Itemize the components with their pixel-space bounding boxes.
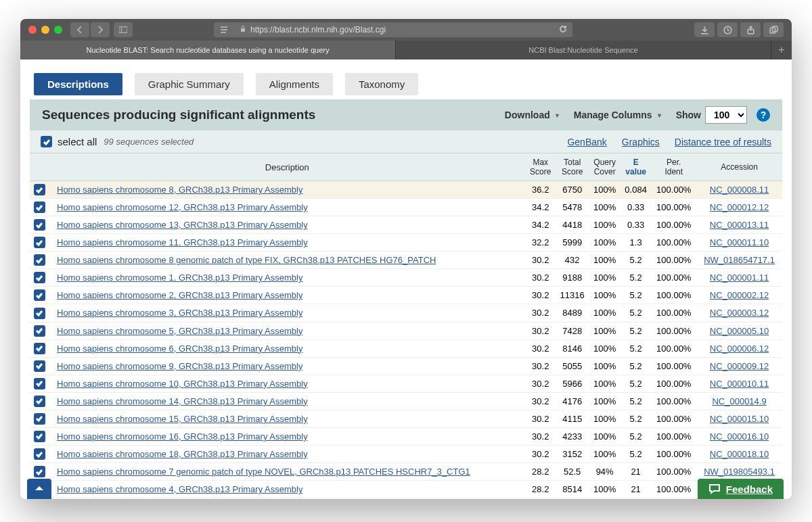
accession-link[interactable]: NC_000001.11: [710, 272, 769, 283]
description-link[interactable]: Homo sapiens chromosome 14, GRCh38.p13 P…: [57, 396, 308, 406]
query-cover: 100%: [589, 234, 620, 252]
window-close-button[interactable]: [28, 26, 37, 34]
description-link[interactable]: Homo sapiens chromosome 3, GRCh38.p13 Pr…: [57, 308, 302, 318]
row-checkbox[interactable]: [34, 219, 45, 231]
col-description[interactable]: Description: [49, 153, 526, 181]
accession-link[interactable]: NW_018654717.1: [704, 255, 775, 265]
accession-link[interactable]: NC_000014.9: [712, 396, 766, 406]
col-per-ident[interactable]: Per.Ident: [651, 153, 696, 181]
row-checkbox[interactable]: [34, 378, 45, 389]
accession-link[interactable]: NC_000010.11: [710, 379, 769, 389]
genbank-link[interactable]: GenBank: [567, 137, 606, 147]
description-link[interactable]: Homo sapiens chromosome 7 genomic patch …: [57, 467, 470, 477]
e-value: 5.2: [621, 304, 652, 322]
row-checkbox[interactable]: [34, 431, 45, 442]
description-link[interactable]: Homo sapiens chromosome 4, GRCh38.p13 Pr…: [57, 484, 302, 494]
reader-button[interactable]: [214, 22, 234, 37]
tabs-button[interactable]: [763, 22, 784, 37]
row-checkbox[interactable]: [34, 289, 45, 301]
feedback-button[interactable]: Feedback: [698, 479, 784, 499]
description-link[interactable]: Homo sapiens chromosome 5, GRCh38.p13 Pr…: [57, 326, 302, 336]
address-bar[interactable]: https://blast.ncbi.nlm.nih.gov/Blast.cgi: [234, 22, 572, 37]
accession-link[interactable]: NC_000008.11: [710, 185, 769, 195]
new-tab-button[interactable]: +: [771, 41, 792, 60]
table-row: Homo sapiens chromosome 8, GRCh38.p13 Pr…: [30, 181, 782, 199]
window-minimize-button[interactable]: [41, 26, 49, 34]
accession-link[interactable]: NC_000005.10: [710, 326, 769, 336]
accession-link[interactable]: NC_000003.12: [710, 308, 769, 318]
download-button[interactable]: Download▾: [505, 110, 559, 120]
accession-link[interactable]: NC_000018.10: [710, 449, 769, 459]
tab-descriptions[interactable]: Descriptions: [34, 73, 122, 95]
reload-icon[interactable]: [559, 25, 567, 35]
accession-link[interactable]: NC_000015.10: [710, 414, 769, 424]
select-all-checkbox[interactable]: [41, 136, 52, 147]
tab-graphic-summary[interactable]: Graphic Summary: [135, 73, 244, 95]
tab-alignments[interactable]: Alignments: [256, 73, 333, 95]
max-score: 34.2: [526, 216, 556, 234]
accession-link[interactable]: NW_019805493.1: [704, 467, 775, 477]
row-checkbox[interactable]: [34, 343, 45, 354]
query-cover: 100%: [589, 304, 620, 322]
description-link[interactable]: Homo sapiens chromosome 8, GRCh38.p13 Pr…: [57, 185, 302, 195]
accession-link[interactable]: NC_000009.12: [710, 361, 769, 371]
row-checkbox[interactable]: [34, 325, 45, 337]
show-select[interactable]: 100: [705, 106, 747, 124]
description-link[interactable]: Homo sapiens chromosome 10, GRCh38.p13 P…: [57, 379, 308, 389]
back-button[interactable]: [70, 22, 89, 37]
col-total-score[interactable]: TotalScore: [556, 153, 589, 181]
description-link[interactable]: Homo sapiens chromosome 11, GRCh38.p13 P…: [57, 237, 308, 247]
window-zoom-button[interactable]: [54, 26, 62, 34]
description-link[interactable]: Homo sapiens chromosome 2, GRCh38.p13 Pr…: [57, 290, 302, 300]
row-checkbox[interactable]: [34, 272, 45, 283]
page-tabs: Descriptions Graphic Summary Alignments …: [34, 73, 782, 95]
col-e-value[interactable]: Evalue: [621, 153, 652, 181]
description-link[interactable]: Homo sapiens chromosome 18, GRCh38.p13 P…: [57, 449, 308, 459]
description-link[interactable]: Homo sapiens chromosome 16, GRCh38.p13 P…: [57, 431, 308, 442]
query-cover: 100%: [589, 339, 620, 357]
forward-button[interactable]: [91, 22, 110, 37]
accession-link[interactable]: NC_000012.12: [710, 202, 769, 212]
scroll-top-button[interactable]: [27, 479, 51, 499]
description-link[interactable]: Homo sapiens chromosome 1, GRCh38.p13 Pr…: [57, 272, 302, 283]
col-query-cover[interactable]: QueryCover: [589, 153, 620, 181]
query-cover: 100%: [589, 181, 620, 199]
description-link[interactable]: Homo sapiens chromosome 8 genomic patch …: [57, 255, 436, 265]
tab-taxonomy[interactable]: Taxonomy: [345, 73, 418, 95]
accession-link[interactable]: NC_000002.12: [710, 290, 769, 300]
row-checkbox[interactable]: [34, 448, 45, 460]
row-checkbox[interactable]: [34, 413, 45, 425]
description-link[interactable]: Homo sapiens chromosome 15, GRCh38.p13 P…: [57, 414, 308, 424]
description-link[interactable]: Homo sapiens chromosome 12, GRCh38.p13 P…: [57, 202, 308, 212]
graphics-link[interactable]: Graphics: [622, 137, 660, 147]
sidebar-toggle-button[interactable]: [114, 22, 133, 37]
browser-tab-1[interactable]: NCBI Blast:Nucleotide Sequence: [396, 41, 771, 60]
row-checkbox[interactable]: [34, 396, 45, 407]
share-button[interactable]: [740, 22, 761, 37]
history-button[interactable]: [717, 22, 738, 37]
row-checkbox[interactable]: [34, 184, 45, 195]
distance-tree-link[interactable]: Distance tree of results: [675, 137, 771, 147]
description-link[interactable]: Homo sapiens chromosome 9, GRCh38.p13 Pr…: [57, 361, 302, 371]
accession-link[interactable]: NC_000011.10: [710, 237, 769, 247]
accession-link[interactable]: NC_000006.12: [710, 343, 769, 354]
total-score: 52.5: [556, 463, 589, 481]
downloads-button[interactable]: [694, 22, 715, 37]
accession-link[interactable]: NC_000016.10: [710, 431, 769, 442]
col-accession[interactable]: Accession: [696, 153, 782, 181]
help-icon[interactable]: ?: [757, 108, 770, 122]
row-checkbox[interactable]: [34, 308, 45, 319]
accession-link[interactable]: NC_000013.11: [710, 220, 769, 230]
row-checkbox[interactable]: [34, 360, 45, 372]
row-checkbox[interactable]: [34, 237, 45, 248]
description-link[interactable]: Homo sapiens chromosome 13, GRCh38.p13 P…: [57, 220, 308, 230]
row-checkbox[interactable]: [34, 466, 45, 477]
max-score: 30.2: [526, 252, 556, 269]
description-link[interactable]: Homo sapiens chromosome 6, GRCh38.p13 Pr…: [57, 343, 302, 354]
browser-tab-0[interactable]: Nucleotide BLAST: Search nucleotide data…: [20, 41, 396, 60]
total-score: 7106: [556, 498, 589, 499]
row-checkbox[interactable]: [34, 254, 45, 266]
row-checkbox[interactable]: [34, 201, 45, 213]
manage-columns-button[interactable]: Manage Columns▾: [574, 110, 661, 120]
col-max-score[interactable]: MaxScore: [526, 153, 556, 181]
